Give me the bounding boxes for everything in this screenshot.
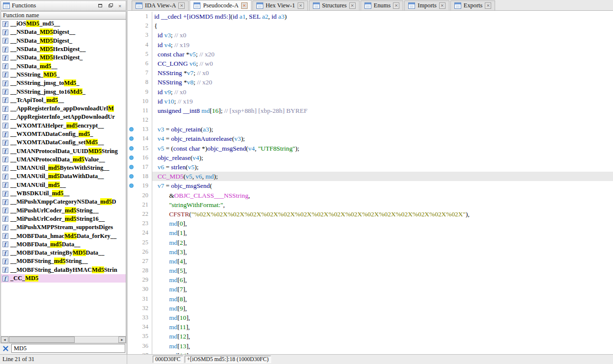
code-line[interactable]: 20 &OBJC_CLASS___NSString, <box>128 191 613 200</box>
function-row[interactable]: f__MiPushXmppCategoryNSData_md5D <box>1 198 126 206</box>
function-row[interactable]: f__WBSDKUtil_md5__ <box>1 189 126 198</box>
address-dot-icon <box>129 156 134 160</box>
code-line[interactable]: 31 md[8], <box>128 294 613 304</box>
function-row[interactable]: f__MOBFString_md5String__ <box>1 257 126 265</box>
code-line[interactable]: 15 v5 = (const char *)objc_msgSend(v4, "… <box>128 144 613 153</box>
code-line[interactable]: 3 id v3; // x0 <box>128 30 613 40</box>
code-text: v3 = objc_retain(a3); <box>152 125 613 134</box>
function-row[interactable]: f__AppRegisterInfo_setAppDownloadUr <box>1 113 126 121</box>
tab-close-icon[interactable]: × <box>241 2 248 9</box>
code-line[interactable]: 32 md[9], <box>128 304 613 313</box>
function-row[interactable]: f__UMANUtil_md5DataWithData__ <box>1 172 126 181</box>
tab-structures[interactable]: Structures× <box>309 0 360 10</box>
code-line[interactable]: 1id __cdecl +[iOSMD5 md5:](id a1, SEL a2… <box>128 12 613 21</box>
code-line[interactable]: 6 CC_LONG v6; // w0 <box>128 59 613 68</box>
code-line[interactable]: 23 md[0], <box>128 219 613 228</box>
function-row[interactable]: f__NSString_jmsg_toMd5_ <box>1 79 126 87</box>
code-line[interactable]: 2{ <box>128 21 613 30</box>
function-row[interactable]: f__UMANProtocolData_md5Value__ <box>1 156 126 164</box>
tab-exports[interactable]: Exports× <box>450 0 496 10</box>
tab-close-icon[interactable]: × <box>178 2 185 9</box>
code-line[interactable]: 22 CFSTR("%02X%02X%02X%02X%02X%02X%02X%0… <box>128 209 613 219</box>
code-line[interactable]: 24 md[1], <box>128 228 613 237</box>
tab-ida-view-a[interactable]: IDA View-A× <box>132 0 189 10</box>
function-row[interactable]: f__NSData_MD5Digest__ <box>1 28 126 36</box>
function-row[interactable]: f__NSData_md5__ <box>1 62 126 70</box>
function-row[interactable]: f__NSString_MD5_ <box>1 71 126 79</box>
function-row[interactable]: f__UMANUtil_md5BytesWithString__ <box>1 164 126 172</box>
scroll-track[interactable] <box>8 337 118 343</box>
close-button[interactable]: × <box>116 2 124 9</box>
function-row[interactable]: f__NSData_MD5HexDigest__ <box>1 45 126 53</box>
scroll-thumb[interactable] <box>9 337 75 343</box>
code-line[interactable]: 8 NSString *v8; // x20 <box>128 78 613 87</box>
code-line[interactable]: 7 NSString *v7; // x0 <box>128 68 613 78</box>
code-line[interactable]: 34 md[11], <box>128 322 613 332</box>
scroll-right-button[interactable]: ► <box>118 337 126 343</box>
function-row[interactable]: f__UMANUtil_md5__ <box>1 181 126 189</box>
tab-imports[interactable]: Imports× <box>404 0 449 10</box>
tab-close-icon[interactable]: × <box>349 2 356 9</box>
code-line[interactable]: 25 md[2], <box>128 238 613 247</box>
function-row[interactable]: f__MOBFData_hmacMd5Data_forKey__ <box>1 232 126 240</box>
function-row[interactable]: f__MOBFString_dataByHMACMd5Strin <box>1 266 126 274</box>
code-line[interactable]: 17 v6 = strlen(v5); <box>128 162 613 172</box>
float-button[interactable] <box>106 2 114 9</box>
function-row[interactable]: f__AppRegisterInfo_appDownloadUrlM <box>1 104 126 113</box>
code-line[interactable]: 30 md[7], <box>128 285 613 294</box>
function-row[interactable]: f__NSData_MD5Digest_ <box>1 37 126 45</box>
code-line[interactable]: 36 md[13], <box>128 341 613 351</box>
code-line[interactable]: 28 md[5], <box>128 266 613 275</box>
scroll-left-button[interactable]: ◄ <box>1 337 8 343</box>
tab-close-icon[interactable]: × <box>298 2 304 9</box>
tab-close-icon[interactable]: × <box>485 2 491 9</box>
tab-close-icon[interactable]: × <box>393 2 399 9</box>
function-row[interactable]: f_CC_MD5 <box>1 274 126 283</box>
code-line[interactable]: 16 objc_release(v4); <box>128 153 613 162</box>
horizontal-scrollbar[interactable]: ◄ ► <box>0 336 126 343</box>
maximize-button[interactable] <box>96 2 104 9</box>
code-line[interactable]: 35 md[12], <box>128 332 613 341</box>
function-row[interactable]: f__NSString_jmsg_to16Md5_ <box>1 87 126 96</box>
code-line[interactable]: 4 id v4; // x19 <box>128 40 613 50</box>
line-gutter: 32 <box>128 304 152 313</box>
function-row[interactable]: f__MiPushUrlCoder_md5String16__ <box>1 215 126 223</box>
function-row[interactable]: f__WXOMTADataConfig_setMd5__ <box>1 138 126 147</box>
code-line[interactable]: 37 md[14], <box>128 351 613 354</box>
address-dot-icon <box>129 165 134 169</box>
code-line[interactable]: 12 <box>128 115 613 125</box>
function-list-header[interactable]: Function name <box>0 11 126 20</box>
code-line[interactable]: 33 md[10], <box>128 313 613 322</box>
tab-enums[interactable]: Enums× <box>361 0 403 10</box>
function-row[interactable]: f__iOSMD5_md5__ <box>1 20 126 28</box>
filter-input[interactable] <box>11 344 125 353</box>
function-row[interactable]: f__MOBFData_stringByMD5Data__ <box>1 249 126 257</box>
line-gutter: 1 <box>128 12 152 21</box>
code-line[interactable]: 9 id v9; // x0 <box>128 87 613 97</box>
function-row[interactable]: f__TcApiTool_md5__ <box>1 96 126 104</box>
code-line[interactable]: 14 v4 = objc_retainAutorelease(v3); <box>128 134 613 143</box>
tab-close-icon[interactable]: × <box>439 2 446 9</box>
code-line[interactable]: 29 md[6], <box>128 275 613 285</box>
function-row[interactable]: f__WXOMTAHelper_md5encrypt__ <box>1 122 126 130</box>
code-line[interactable]: 5 const char *v5; // x20 <box>128 50 613 59</box>
code-line[interactable]: 10 id v10; // x19 <box>128 97 613 106</box>
function-row[interactable]: f__NSData_MD5HexDigest_ <box>1 53 126 62</box>
function-row[interactable]: f__MiPushUrlCoder_md5String__ <box>1 207 126 215</box>
function-row[interactable]: f__MiPushXMPPStream_supportsDiges <box>1 223 126 232</box>
line-number: 36 <box>142 341 148 351</box>
code-line[interactable]: 11 unsigned __int8 md[16]; // [xsp+88h] … <box>128 106 613 115</box>
function-row[interactable]: f__UMANProtocolData_UUIDMD5String <box>1 147 126 155</box>
function-name: __UMANProtocolData_md5Value__ <box>10 156 105 163</box>
code-line[interactable]: 18 CC_MD5(v5, v6, md); <box>128 172 613 181</box>
exports-icon <box>454 2 461 9</box>
code-line[interactable]: 27 md[4], <box>128 257 613 266</box>
tab-hex-view-1[interactable]: Hex View-1× <box>252 0 308 10</box>
code-line[interactable]: 19 v7 = objc_msgSend( <box>128 181 613 190</box>
code-line[interactable]: 13 v3 = objc_retain(a3); <box>128 125 613 134</box>
tab-pseudocode-a[interactable]: Pseudocode-A× <box>190 0 251 10</box>
function-row[interactable]: f__WXOMTADataConfig_md5_ <box>1 130 126 138</box>
code-line[interactable]: 26 md[3], <box>128 247 613 257</box>
code-line[interactable]: 21 "stringWithFormat:", <box>128 200 613 209</box>
function-row[interactable]: f__MOBFData_md5Data__ <box>1 240 126 249</box>
